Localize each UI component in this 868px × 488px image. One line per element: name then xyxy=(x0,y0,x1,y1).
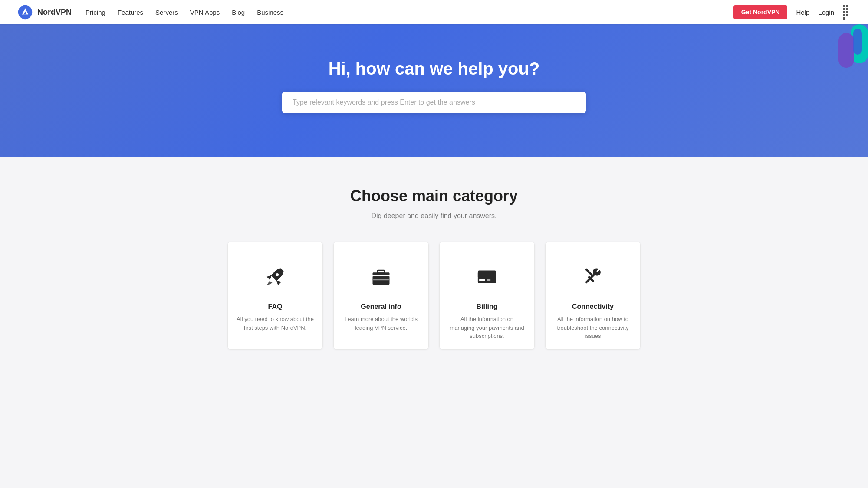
briefcase-icon xyxy=(370,265,392,288)
grid-menu-icon[interactable] xyxy=(843,5,851,20)
svg-rect-5 xyxy=(378,270,385,273)
svg-rect-4 xyxy=(373,280,389,281)
decorative-blobs xyxy=(833,24,868,76)
billing-name: Billing xyxy=(477,303,498,311)
rocket-icon xyxy=(264,265,286,288)
login-link[interactable]: Login xyxy=(818,9,834,16)
logo-text: NordVPN xyxy=(37,8,72,17)
category-card-general-info[interactable]: General info Learn more about the world'… xyxy=(333,242,429,350)
get-nordvpn-button[interactable]: Get NordVPN xyxy=(733,5,788,19)
connectivity-name: Connectivity xyxy=(572,303,614,311)
categories-grid: FAQ All you need to know about the first… xyxy=(195,242,673,350)
general-info-name: General info xyxy=(361,303,401,311)
billing-desc: All the information on managing your pay… xyxy=(448,315,526,341)
section-subtitle: Dig deeper and easily find your answers. xyxy=(17,212,851,220)
nav-link-servers[interactable]: Servers xyxy=(155,9,178,16)
main-content: Choose main category Dig deeper and easi… xyxy=(0,157,868,384)
search-bar xyxy=(282,92,586,113)
help-link[interactable]: Help xyxy=(796,9,809,16)
nav-links: Pricing Features Servers VPN Apps Blog B… xyxy=(85,9,283,16)
svg-rect-9 xyxy=(479,279,485,281)
logo-icon xyxy=(17,4,33,20)
category-card-faq[interactable]: FAQ All you need to know about the first… xyxy=(227,242,323,350)
category-card-billing[interactable]: Billing All the information on managing … xyxy=(439,242,535,350)
nav-link-blog[interactable]: Blog xyxy=(232,9,245,16)
general-info-icon-wrapper xyxy=(364,259,398,294)
nav-link-vpnapps[interactable]: VPN Apps xyxy=(190,9,220,16)
blob-purple xyxy=(838,33,854,68)
blob-blue xyxy=(853,29,862,55)
hero-section: Hi, how can we help you? xyxy=(0,24,868,157)
nav-link-pricing[interactable]: Pricing xyxy=(85,9,105,16)
faq-desc: All you need to know about the first ste… xyxy=(237,315,314,332)
nav-link-features[interactable]: Features xyxy=(118,9,143,16)
faq-icon-wrapper xyxy=(258,259,293,294)
svg-rect-10 xyxy=(487,279,490,281)
svg-rect-8 xyxy=(478,273,496,277)
section-title: Choose main category xyxy=(17,187,851,205)
hero-title: Hi, how can we help you? xyxy=(17,59,851,79)
connectivity-desc: All the information on how to troublesho… xyxy=(554,315,631,341)
connectivity-icon-wrapper xyxy=(575,259,610,294)
credit-card-icon xyxy=(476,265,498,288)
svg-point-1 xyxy=(276,273,279,276)
search-input[interactable] xyxy=(282,92,586,113)
tools-icon xyxy=(582,265,604,288)
general-info-desc: Learn more about the world's leading VPN… xyxy=(342,315,420,332)
billing-icon-wrapper xyxy=(470,259,504,294)
navbar-right: Get NordVPN Help Login xyxy=(733,5,851,20)
category-card-connectivity[interactable]: Connectivity All the information on how … xyxy=(545,242,641,350)
nav-link-business[interactable]: Business xyxy=(257,9,283,16)
logo[interactable]: NordVPN xyxy=(17,4,72,20)
navbar: NordVPN Pricing Features Servers VPN App… xyxy=(0,0,868,24)
faq-name: FAQ xyxy=(268,303,283,311)
navbar-left: NordVPN Pricing Features Servers VPN App… xyxy=(17,4,283,20)
